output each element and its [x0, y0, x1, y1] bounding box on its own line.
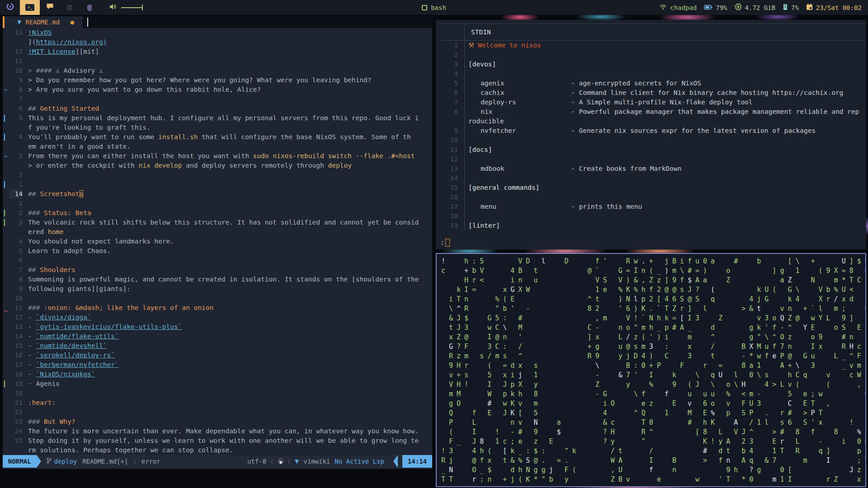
workspace-terminal-active[interactable]: >_ [20, 0, 40, 15]
editor-row[interactable]: ▎4You'll probably want to run some insta… [3, 132, 432, 142]
wifi-icon [659, 4, 667, 11]
editor-row[interactable]: 18- `NixOS/nixpkgs` [3, 370, 432, 379]
matrix-row: ( I ! -# 9 $ ?H R^ [8 L VJ^ ># 8 f 8 %P [441, 427, 865, 437]
editor-row[interactable]: 1 [3, 199, 432, 208]
link[interactable]: `gytis-ivaskevicius/flake-utils-plus` [36, 323, 182, 330]
filetype-markdown-icon: ▼ [295, 458, 299, 465]
speaker-icon [109, 3, 117, 12]
editor-row[interactable]: 12!MIT License][mit] [3, 47, 432, 56]
link[interactable]: `numtide/devshell` [36, 342, 107, 349]
editor-row[interactable]: 6 [3, 256, 432, 265]
workspace-settings[interactable]: ⚙ [60, 0, 80, 15]
editor-row[interactable]: 7 [3, 94, 432, 104]
matrix-row: iTn %(E ^t )Nlp2[46S@S q 4jG k4 Xr/xd : [441, 295, 865, 304]
link[interactable]: `serokell/deploy-rs` [36, 352, 115, 359]
volume-slider-handle[interactable] [142, 5, 143, 10]
editor-row[interactable]: ▎19- Agenix [3, 379, 432, 389]
editor-row[interactable]: 17- `berberman/nvfetcher` [3, 360, 432, 370]
mode-indicator: NORMAL [3, 455, 37, 468]
link[interactable]: !NixOS [28, 29, 52, 36]
editor-row[interactable]: 12- `divnix/digga` [3, 313, 432, 322]
editor-row[interactable]: 10 [3, 294, 432, 303]
editor-row[interactable]: 14- `numtide/flake-utils` [3, 332, 432, 341]
pager-window[interactable]: STDIN 1⚒Welcome to nixos23[devos]45ageni… [436, 20, 866, 249]
editor-row[interactable]: 23### But Why? [3, 417, 432, 427]
pager-prompt[interactable]: : [440, 239, 450, 247]
editor-row[interactable]: 9> Do you remember how you got here? Whe… [3, 75, 432, 85]
workspace-firefox[interactable] [0, 0, 20, 15]
clock-status[interactable]: 23/Sat 00:02 [806, 4, 862, 12]
editor-row[interactable]: ered home [3, 227, 432, 237]
chat-bubble-icon [46, 3, 54, 12]
editor-row[interactable]: 14## Screetshots [3, 189, 432, 199]
editor-row[interactable]: em aren't in a good state. [3, 142, 432, 151]
editor-row[interactable]: 6## Getting Started [3, 104, 432, 113]
editor-row[interactable]: 10> #### ⚠ Advisory ⚠ [3, 66, 432, 75]
editor-row[interactable]: rm solutions. Perhaps together we can st… [3, 446, 432, 455]
editor-row[interactable]: ▎2### Status: Beta [3, 208, 432, 218]
link[interactable]: `NixOS/nixpkgs` [36, 371, 95, 378]
editor-row[interactable]: 9following giants][giants]: [3, 284, 432, 294]
buffer-tab-readme[interactable]: ▼ README.md ● [5, 16, 83, 28]
editor-row[interactable]: 24The future is more uncertain than ever… [3, 427, 432, 436]
editor-row[interactable]: ~3From there you can either install the … [3, 151, 432, 161]
editor-row[interactable]: 21:heart: [3, 398, 432, 408]
battery-status[interactable]: 79% [704, 4, 727, 11]
link[interactable]: `berberman/nvfetcher` [36, 361, 118, 368]
matrix-row: Rj @fx t&%S@. =. WA I B > fn Aq &7 m I ;… [441, 456, 865, 465]
workspace-switcher: >_ ⚙ @ [0, 0, 143, 15]
editor-row[interactable]: 2 [3, 170, 432, 180]
editor-row[interactable]: 25Stop doing it by yourself, unless we l… [3, 436, 432, 446]
firefox-icon [6, 3, 14, 12]
link[interactable]: !MIT License [28, 48, 75, 55]
matrix-row: P L nv N a &c T0 # hK A /1l s6 S'x ! A [441, 418, 865, 427]
at-icon: @ [87, 3, 92, 12]
matrix-grid: ! h:5 VD l D f' Rw.+ jBifu0a # b [\ + U]… [437, 254, 865, 484]
editor-row[interactable]: 4You should not expect landmarks here. [3, 237, 432, 246]
cpu-chip-icon [735, 3, 742, 12]
workspace-chat[interactable] [40, 0, 60, 15]
editor-row[interactable]: f you're looking to graft this. [3, 123, 432, 132]
volume-control[interactable] [109, 3, 143, 12]
editor-row[interactable]: 11 [3, 56, 432, 66]
editor-row[interactable]: 15- `numtide/devshell` [3, 341, 432, 351]
editor-row[interactable]: 16- `serokell/deploy-rs` [3, 351, 432, 360]
workspace-mail[interactable]: @ [80, 0, 99, 15]
editor-row[interactable]: 7## Shoulders [3, 265, 432, 275]
link[interactable]: `divnix/digga` [36, 314, 91, 321]
terminal-icon: >_ [25, 4, 34, 11]
editor-row[interactable]: ▎1 [3, 180, 432, 189]
editor-row[interactable]: _11### :onion: &mdash; like the layers o… [3, 303, 432, 313]
editor-row[interactable]: 5Learn to adopt Chaos. [3, 246, 432, 256]
editor-row[interactable]: > or enter the cockpit with nix develop … [3, 161, 432, 170]
pager-row: 2 [439, 50, 866, 60]
editor-tabline: ▼ README.md ● [3, 16, 432, 28]
network-status[interactable]: chadpad [659, 4, 697, 11]
pager-row: 17menu- prints this menu [439, 202, 866, 211]
editor-row[interactable]: ▎5This is my personal deployment hub. I … [3, 113, 432, 123]
matrix-row: G?F 3C: / +g u@sm3 : x / BXMuf7n Ix RHc [441, 342, 865, 352]
link[interactable]: https://nixos.org) [36, 38, 107, 46]
editor-row[interactable]: 13- `gytis-ivaskevicius/flake-utils-plus… [3, 322, 432, 332]
editor-row[interactable]: 22 [3, 408, 432, 417]
cpu-status[interactable]: 7% [783, 4, 799, 12]
editor-row[interactable]: 13!NixOS [3, 28, 432, 38]
pager-row: 4 [439, 69, 866, 79]
volume-slider[interactable] [121, 7, 142, 8]
pager-row: 19[linter] [439, 221, 866, 230]
matrix-row: xZ@ I@n ' ]x L/z(')i m ^ g"\^Oz o9 #n T [441, 333, 865, 342]
editor-row[interactable]: ](https://nixos.org) [3, 38, 432, 47]
editor-window[interactable]: ▼ README.md ● 13!NixOS ](https://nixos.o… [3, 16, 432, 469]
editor-row[interactable]: 8Summoning is powerful magic, and cannot… [3, 275, 432, 284]
editor-row[interactable]: ~8> Are you sure you want to go down thi… [3, 85, 432, 94]
matrix-row: \^R "b' - 82 '6)K.`TZr] l >&t vn +`l m; … [441, 304, 865, 314]
editor-row[interactable]: 20 [3, 389, 432, 398]
editor-row[interactable]: ▎3The volcanic rock still shifts below t… [3, 218, 432, 227]
memory-status[interactable]: 4.72 GiB [735, 3, 775, 12]
pager-row: 9nvfetcher- Generate nix sources expr fo… [439, 126, 866, 136]
editor-buffer[interactable]: 13!NixOS ](https://nixos.org) 12!MIT Lic… [3, 28, 432, 455]
matrix-window[interactable]: ! h:5 VD l D f' Rw.+ jBifu0a # b [\ + U]… [436, 253, 866, 487]
pager-content: 1⚒Welcome to nixos23[devos]45agenix- age… [439, 41, 866, 230]
modified-dot-icon: ● [70, 19, 75, 25]
link[interactable]: `numtide/flake-utils` [36, 333, 118, 340]
